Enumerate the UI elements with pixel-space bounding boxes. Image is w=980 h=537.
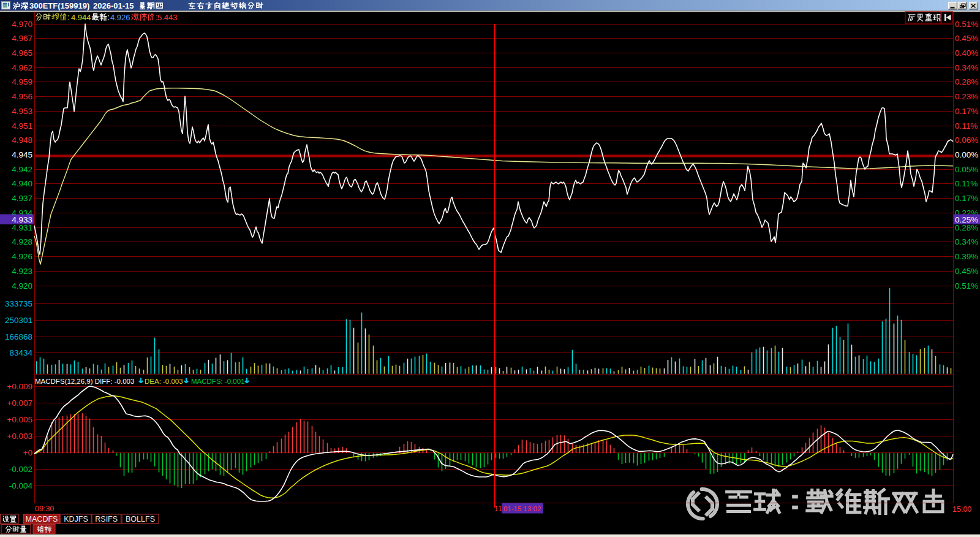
svg-text:0.06%: 0.06% xyxy=(955,135,978,145)
svg-text:4.967: 4.967 xyxy=(12,34,32,43)
svg-text:5.443: 5.443 xyxy=(157,13,178,22)
svg-text:4.923: 4.923 xyxy=(12,267,32,276)
svg-text:4.944: 4.944 xyxy=(71,13,91,22)
svg-text:15:00: 15:00 xyxy=(952,505,971,514)
svg-text:BOLLFS: BOLLFS xyxy=(126,515,155,524)
svg-text:01-15 13:02: 01-15 13:02 xyxy=(503,505,541,512)
svg-text:RSIFS: RSIFS xyxy=(95,515,118,524)
svg-text:166868: 166868 xyxy=(5,332,32,341)
svg-text:0.51%: 0.51% xyxy=(955,20,978,29)
svg-text:+0.003: +0.003 xyxy=(7,432,32,441)
svg-text:0.28%: 0.28% xyxy=(955,77,978,86)
svg-text:4.928: 4.928 xyxy=(12,237,32,246)
svg-text:4.940: 4.940 xyxy=(12,179,32,188)
svg-text:DEA: -0.003: DEA: -0.003 xyxy=(145,378,183,385)
svg-text:4.945: 4.945 xyxy=(12,150,32,159)
svg-text:300ETF(159919): 300ETF(159919) xyxy=(29,1,89,10)
svg-text:0.34%: 0.34% xyxy=(955,237,978,246)
svg-text:0.17%: 0.17% xyxy=(955,107,978,116)
svg-text:-0.004: -0.004 xyxy=(9,481,33,490)
svg-text:4.933: 4.933 xyxy=(12,215,32,224)
svg-text::: : xyxy=(67,12,70,22)
svg-text:MACDFS: -0.001: MACDFS: -0.001 xyxy=(191,378,245,385)
svg-text:0.40%: 0.40% xyxy=(955,48,978,58)
svg-text:0.11%: 0.11% xyxy=(955,179,978,188)
svg-text:4.920: 4.920 xyxy=(12,281,32,291)
svg-text:4.962: 4.962 xyxy=(12,63,32,72)
svg-text:0.25%: 0.25% xyxy=(955,215,978,224)
svg-text:11: 11 xyxy=(494,505,502,513)
svg-text:MACDFS: MACDFS xyxy=(26,515,58,524)
svg-text:4.948: 4.948 xyxy=(12,135,32,145)
svg-text:0.23%: 0.23% xyxy=(955,92,978,101)
svg-text:MACDFS(12,26,9) DIFF: -0.003: MACDFS(12,26,9) DIFF: -0.003 xyxy=(35,378,134,385)
svg-text:+0.007: +0.007 xyxy=(7,398,32,408)
svg-text:4.942: 4.942 xyxy=(12,165,32,174)
svg-text:4.956: 4.956 xyxy=(12,92,32,101)
svg-text:4.926: 4.926 xyxy=(110,13,130,22)
svg-text:0.05%: 0.05% xyxy=(955,165,978,174)
svg-text:+0.009: +0.009 xyxy=(7,382,32,391)
svg-text:2026-01-15: 2026-01-15 xyxy=(93,1,134,10)
svg-text:0.34%: 0.34% xyxy=(955,63,978,72)
svg-text::: : xyxy=(107,12,110,22)
svg-text:0.11%: 0.11% xyxy=(955,121,978,131)
svg-text:4.926: 4.926 xyxy=(12,252,32,261)
svg-text:4.959: 4.959 xyxy=(12,77,32,86)
svg-text:09:30: 09:30 xyxy=(35,505,54,513)
svg-text:0.45%: 0.45% xyxy=(955,267,978,276)
svg-text:4.970: 4.970 xyxy=(12,20,32,29)
svg-text:333735: 333735 xyxy=(5,299,32,308)
svg-text:0.45%: 0.45% xyxy=(955,34,978,43)
svg-text:4.953: 4.953 xyxy=(12,107,32,116)
svg-text:83434: 83434 xyxy=(9,348,32,357)
svg-text:0.39%: 0.39% xyxy=(955,252,978,261)
svg-text:-0.002: -0.002 xyxy=(9,465,32,474)
svg-text:4.965: 4.965 xyxy=(12,48,32,58)
svg-text:4.951: 4.951 xyxy=(12,121,32,131)
svg-text:+0.005: +0.005 xyxy=(7,415,32,424)
svg-text:250301: 250301 xyxy=(5,316,32,325)
svg-text:+0: +0 xyxy=(23,448,32,457)
svg-text:0.51%: 0.51% xyxy=(955,281,978,291)
svg-text:0.00%: 0.00% xyxy=(955,150,978,159)
svg-text:KDJFS: KDJFS xyxy=(64,515,88,524)
svg-text:0.17%: 0.17% xyxy=(955,194,978,203)
svg-text:4.937: 4.937 xyxy=(12,194,32,203)
